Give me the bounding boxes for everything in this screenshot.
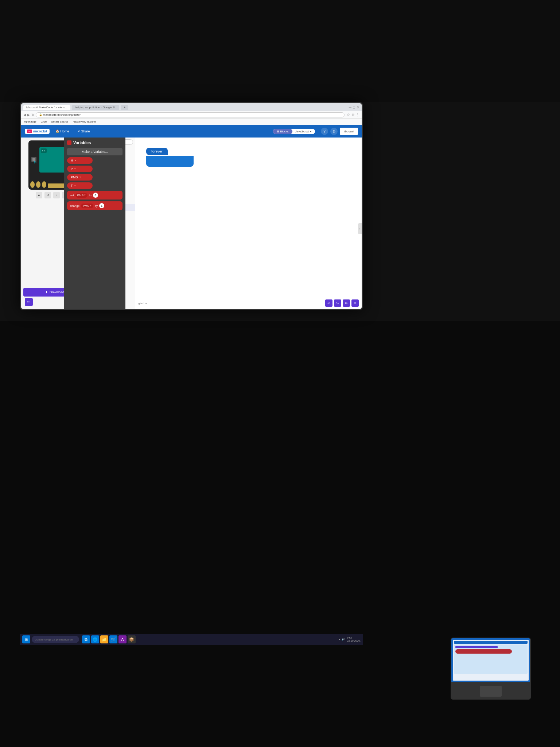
refresh-btn[interactable]: ↻ bbox=[31, 113, 34, 117]
var-block-p[interactable]: P ▾ bbox=[67, 166, 93, 172]
make-variable-button[interactable]: Make a Variable... bbox=[67, 148, 122, 155]
workspace-filename: glazba bbox=[138, 302, 147, 305]
more-options-button[interactable]: ••• bbox=[25, 298, 33, 306]
chevron-down-icon: ▼ bbox=[310, 130, 312, 133]
stop-button[interactable]: ■ bbox=[36, 192, 42, 198]
menu-icon[interactable]: ⋮ bbox=[356, 113, 359, 117]
var-dropdown-arrow: ▾ bbox=[75, 159, 76, 162]
taskbar: ⊞ ⧉ 🌐 📁 🛒 A 📦 ▲ 🔊 7:51 22.10.2020. bbox=[20, 634, 363, 645]
browser-toolbar: ◀ ▶ ↻ 🔒 makecode.microbit.org/editor ☆ ⊕… bbox=[21, 111, 362, 119]
workspace-area: forever glazba ↩ ↪ ⊕ ⊖ bbox=[135, 138, 362, 309]
taskbar-icons: ▲ 🔊 bbox=[338, 638, 345, 641]
bookmarks-bar: Aplikacije Clue Smart Basics Nastavitev … bbox=[21, 119, 362, 125]
zoom-in-button[interactable]: ⊕ bbox=[343, 299, 350, 307]
var-block-h[interactable]: H ▾ bbox=[67, 157, 93, 164]
home-button[interactable]: 🏠 Home bbox=[53, 129, 71, 134]
bookmark-smart-basics[interactable]: Smart Basics bbox=[51, 120, 68, 123]
taskbar-right-area: ▲ 🔊 7:51 22.10.2020. bbox=[338, 637, 361, 642]
change-variable-block[interactable]: change PMS ▾ by 1 bbox=[67, 201, 122, 210]
download-icon: ⬇ bbox=[45, 290, 48, 294]
change-var-name: PMS ▾ bbox=[81, 204, 93, 208]
extensions-icon[interactable]: ⊕ bbox=[351, 113, 354, 117]
variables-title: Variables bbox=[67, 140, 122, 146]
help-button[interactable]: ? bbox=[321, 128, 328, 135]
laptop-keyboard bbox=[451, 682, 530, 700]
maximize-btn[interactable]: □ bbox=[353, 105, 355, 109]
back-btn[interactable]: ◀ bbox=[23, 113, 26, 117]
taskbar-app-edge[interactable]: 🌐 bbox=[91, 635, 99, 643]
restart-button[interactable]: ↺ bbox=[44, 192, 51, 198]
variables-panel: Variables Make a Variable... H ▾ P ▾ bbox=[64, 138, 125, 309]
microbit-logo: m micro:bit bbox=[25, 129, 50, 134]
laptop-device bbox=[451, 638, 531, 700]
zoom-out-button[interactable]: ⊖ bbox=[351, 299, 359, 307]
bookmark-clue[interactable]: Clue bbox=[41, 120, 47, 123]
javascript-toggle[interactable]: JavaScript ▼ bbox=[292, 129, 315, 134]
set-variable-block[interactable]: set PMS ▾ to 0 bbox=[67, 191, 122, 200]
forever-block-body bbox=[146, 156, 194, 167]
change-value-circle: 1 bbox=[99, 203, 104, 208]
settings-button[interactable]: ⚙ bbox=[330, 128, 338, 135]
monitor: Microsoft MakeCode for micro... helping … bbox=[20, 102, 363, 310]
var-block-pms[interactable]: PMS ▾ bbox=[67, 174, 93, 181]
windows-start-button[interactable]: ⊞ bbox=[22, 635, 30, 643]
taskbar-app-files[interactable]: 📁 bbox=[100, 635, 108, 643]
browser-window: Microsoft MakeCode for micro... helping … bbox=[21, 103, 362, 309]
pin-1 bbox=[36, 181, 40, 188]
taskbar-search-input[interactable] bbox=[32, 636, 79, 643]
laptop-touchpad bbox=[480, 686, 502, 697]
blocks-icon: ⊞ bbox=[277, 130, 279, 133]
set-dropdown-arrow: ▾ bbox=[84, 194, 86, 197]
taskbar-clock: 7:51 22.10.2020. bbox=[347, 637, 361, 642]
header-icons: ? ⚙ Microsoft bbox=[321, 128, 358, 135]
laptop-screen bbox=[451, 638, 530, 682]
var-dropdown-arrow: ▾ bbox=[74, 167, 76, 170]
arrow-indicator: ▷ bbox=[34, 160, 36, 164]
undo-button[interactable]: ↩ bbox=[325, 299, 332, 307]
taskbar-app-app1[interactable]: A bbox=[118, 635, 127, 643]
taskbar-apps: ⧉ 🌐 📁 🛒 A 📦 bbox=[82, 635, 136, 643]
var-dropdown-arrow: ▾ bbox=[79, 176, 81, 179]
dark-side-right bbox=[363, 102, 560, 310]
taskbar-app-store[interactable]: 🛒 bbox=[109, 635, 117, 643]
windows-icon: ⊞ bbox=[25, 638, 28, 642]
bookmark-nastavitev[interactable]: Nastavitev tablete bbox=[73, 120, 96, 123]
workspace-action-icons: ↩ ↪ ⊕ ⊖ bbox=[325, 299, 359, 307]
home-icon: 🏠 bbox=[55, 129, 59, 133]
share-button[interactable]: ↗ Share bbox=[75, 129, 92, 134]
dark-top bbox=[0, 0, 560, 102]
tab-google[interactable]: helping air pollution - Google S... bbox=[72, 105, 119, 110]
var-block-t[interactable]: T ▾ bbox=[67, 182, 93, 189]
pin-2 bbox=[42, 181, 46, 188]
forever-block[interactable]: forever bbox=[146, 148, 168, 155]
logo-icon: m bbox=[27, 129, 32, 133]
forward-btn[interactable]: ▶ bbox=[27, 113, 30, 117]
minimize-btn[interactable]: ─ bbox=[349, 105, 351, 109]
share-icon: ↗ bbox=[77, 129, 80, 133]
tab-makecode[interactable]: Microsoft MakeCode for micro... bbox=[23, 105, 70, 110]
audio-button[interactable]: ♪ bbox=[53, 192, 60, 198]
browser-titlebar: Microsoft MakeCode for micro... helping … bbox=[21, 103, 362, 111]
collapse-button[interactable]: › bbox=[358, 223, 362, 234]
variables-title-icon bbox=[67, 140, 71, 145]
var-dropdown-arrow: ▾ bbox=[74, 184, 76, 187]
taskbar-app-app2[interactable]: 📦 bbox=[128, 635, 136, 643]
dark-side-left bbox=[0, 102, 20, 310]
blocks-toggle-button[interactable]: ⊞ Blocks bbox=[273, 129, 292, 134]
workspace-toolbar: glazba ↩ ↪ ⊕ ⊖ bbox=[135, 299, 362, 307]
bookmark-aplikacije[interactable]: Aplikacije bbox=[24, 120, 36, 123]
microsoft-button[interactable]: Microsoft bbox=[340, 128, 358, 135]
set-value-circle: 0 bbox=[93, 193, 98, 198]
bookmark-star-icon[interactable]: ☆ bbox=[347, 113, 350, 117]
tab-new[interactable]: + bbox=[121, 105, 128, 110]
makecode-body: ▲▲ bbox=[21, 138, 362, 309]
set-var-name: PMS ▾ bbox=[75, 193, 88, 198]
address-bar[interactable]: 🔒 makecode.microbit.org/editor bbox=[36, 112, 345, 117]
blocks-js-toggle: ⊞ Blocks JavaScript ▼ bbox=[273, 129, 315, 134]
redo-button[interactable]: ↪ bbox=[334, 299, 341, 307]
change-dropdown-arrow: ▾ bbox=[90, 204, 92, 207]
pin-0 bbox=[30, 181, 35, 188]
makecode-header: m micro:bit 🏠 Home ↗ Share ⊞ Blocks bbox=[21, 125, 362, 138]
close-btn[interactable]: ✕ bbox=[357, 105, 359, 109]
taskbar-app-taskview[interactable]: ⧉ bbox=[82, 635, 90, 643]
